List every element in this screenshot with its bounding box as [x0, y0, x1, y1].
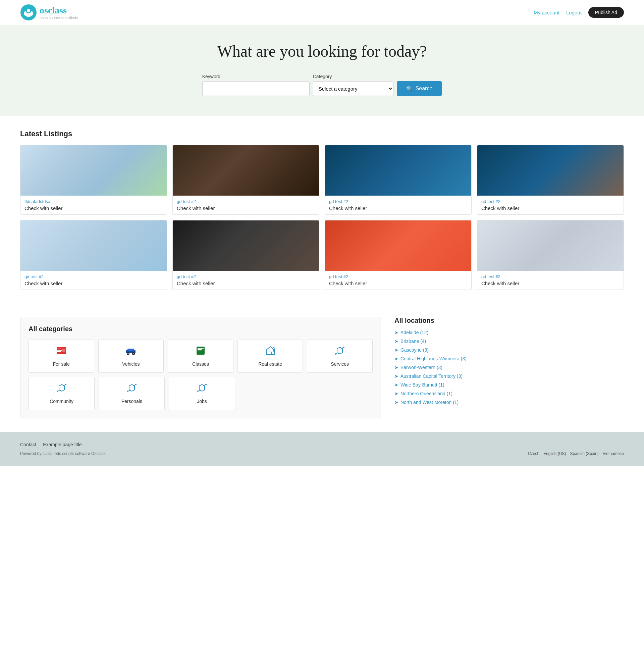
location-link[interactable]: Adelaide (12)	[401, 330, 428, 335]
svg-point-23	[57, 391, 58, 392]
listing-category: ffdsafadsfdsa	[24, 199, 163, 204]
listing-card[interactable]: gd test #2 Check with seller	[172, 145, 319, 215]
location-link[interactable]: North and West Moreton (1)	[401, 400, 458, 405]
my-account-link[interactable]: My account	[534, 10, 560, 15]
location-item[interactable]: ➤ Australian Capital Territory (3)	[394, 374, 624, 379]
hero-title: What are you looking for today?	[20, 42, 624, 60]
location-link[interactable]: Wide Bay-Burnett (1)	[401, 382, 445, 387]
listing-price: Check with seller	[24, 205, 163, 211]
location-item[interactable]: ➤ Northern Queensland (1)	[394, 391, 624, 396]
category-item-classes[interactable]: Classes	[168, 340, 233, 373]
language-link[interactable]: Vietnamese	[603, 451, 624, 456]
logo-text: osclass open source classifieds	[40, 5, 78, 20]
category-item-for-sale[interactable]: For sale	[28, 340, 94, 373]
location-item[interactable]: ➤ Wide Bay-Burnett (1)	[394, 382, 624, 387]
location-arrow-icon: ➤	[394, 330, 398, 335]
location-arrow-icon: ➤	[394, 347, 398, 353]
listing-screenshot	[325, 221, 471, 271]
listing-card[interactable]: gd test #2 Check with seller	[325, 145, 472, 215]
listing-price: Check with seller	[481, 205, 620, 211]
services-icon	[310, 345, 370, 358]
language-link[interactable]: Czech	[528, 451, 539, 456]
category-item-vehicles[interactable]: Vehicles	[98, 340, 164, 373]
footer-powered: Powered by classifieds scripts software …	[20, 451, 106, 456]
listing-image	[325, 145, 471, 196]
location-item[interactable]: ➤ Barwon-Western (3)	[394, 365, 624, 370]
location-item[interactable]: ➤ Adelaide (12)	[394, 330, 624, 335]
category-label: Category	[313, 74, 332, 79]
location-link[interactable]: Central Highlands-Wimmera (3)	[401, 356, 467, 361]
search-bar: Keyword Category Select a category For s…	[20, 74, 624, 96]
listing-card[interactable]: gd test #2 Check with seller	[325, 220, 472, 290]
listing-price: Check with seller	[329, 281, 467, 286]
bottom-section: All categories For sale Vehicles Classes…	[0, 317, 644, 432]
publish-ad-button[interactable]: Publish Ad	[588, 7, 624, 18]
listing-info: gd test #2 Check with seller	[325, 271, 471, 289]
category-item-real-estate[interactable]: Real estate	[237, 340, 303, 373]
svg-rect-10	[128, 348, 134, 351]
listing-info: gd test #2 Check with seller	[477, 196, 624, 214]
category-item-personals[interactable]: Personals	[99, 377, 165, 410]
community-icon	[32, 382, 92, 396]
listing-price: Check with seller	[177, 281, 315, 286]
svg-rect-5	[57, 348, 61, 349]
category-label-jobs: Jobs	[197, 399, 207, 404]
footer-languages: CzechEnglish (US)Spanish (Spain)Vietname…	[528, 451, 624, 456]
locations-list: ➤ Adelaide (12) ➤ Brisbane (4) ➤ Gascoyn…	[394, 330, 624, 405]
keyword-label: Keyword	[202, 74, 220, 79]
categories-grid-row1: For sale Vehicles Classes Real estate Se…	[28, 340, 373, 373]
location-item[interactable]: ➤ Central Highlands-Wimmera (3)	[394, 356, 624, 361]
category-label-services: Services	[331, 361, 349, 367]
svg-point-27	[197, 391, 199, 392]
listing-card[interactable]: gd test #2 Check with seller	[477, 220, 624, 290]
svg-point-25	[127, 391, 129, 392]
categories-title: All categories	[28, 325, 373, 333]
category-item-services[interactable]: Services	[307, 340, 373, 373]
listing-card[interactable]: gd test #2 Check with seller	[172, 220, 319, 290]
logout-link[interactable]: Logout	[566, 10, 582, 15]
category-label-for-sale: For sale	[53, 361, 70, 367]
location-item[interactable]: ➤ Gascoyne (3)	[394, 347, 624, 353]
keyword-field: Keyword	[202, 74, 310, 96]
category-select[interactable]: Select a category For sale Vehicles Clas…	[313, 81, 393, 96]
location-item[interactable]: ➤ Brisbane (4)	[394, 339, 624, 344]
category-item-community[interactable]: Community	[28, 377, 95, 410]
location-item[interactable]: ➤ North and West Moreton (1)	[394, 400, 624, 405]
location-link[interactable]: Gascoyne (3)	[401, 347, 429, 353]
location-link[interactable]: Barwon-Western (3)	[401, 365, 443, 370]
location-link[interactable]: Brisbane (4)	[401, 339, 426, 344]
listing-screenshot	[477, 145, 624, 196]
listing-info: gd test #2 Check with seller	[325, 196, 471, 214]
listings-grid: ffdsafadsfdsa Check with seller gd test …	[20, 145, 624, 290]
keyword-input[interactable]	[202, 81, 310, 96]
listing-card[interactable]: ffdsafadsfdsa Check with seller	[20, 145, 167, 215]
svg-rect-7	[57, 351, 61, 352]
categories-grid-row2: Community Personals Jobs	[28, 377, 235, 410]
location-arrow-icon: ➤	[394, 356, 398, 361]
location-link[interactable]: Northern Queensland (1)	[401, 391, 452, 396]
svg-rect-8	[62, 348, 65, 352]
language-link[interactable]: Spanish (Spain)	[570, 451, 598, 456]
language-link[interactable]: English (US)	[543, 451, 566, 456]
footer-links: ContactExample page title	[20, 442, 624, 447]
listing-image	[173, 221, 319, 271]
listing-image	[173, 145, 319, 196]
footer-bottom: Powered by classifieds scripts software …	[20, 451, 624, 456]
logo-area[interactable]: osclass open source classifieds	[20, 4, 78, 21]
svg-rect-6	[57, 350, 62, 350]
listing-card[interactable]: gd test #2 Check with seller	[477, 145, 624, 215]
real-estate-icon	[240, 345, 300, 358]
category-item-jobs[interactable]: Jobs	[169, 377, 235, 410]
listing-info: gd test #2 Check with seller	[20, 271, 167, 289]
listing-card[interactable]: gd test #2 Check with seller	[20, 220, 167, 290]
footer-link[interactable]: Contact	[20, 442, 36, 447]
footer-link[interactable]: Example page title	[43, 442, 81, 447]
categories-box: All categories For sale Vehicles Classes…	[20, 317, 381, 418]
location-arrow-icon: ➤	[394, 382, 398, 387]
listing-category: gd test #2	[329, 274, 467, 279]
svg-point-20	[343, 347, 345, 348]
search-button[interactable]: 🔍 Search	[397, 81, 442, 96]
listing-category: gd test #2	[481, 274, 620, 279]
listing-info: gd test #2 Check with seller	[477, 271, 624, 289]
location-link[interactable]: Australian Capital Territory (3)	[401, 374, 463, 379]
